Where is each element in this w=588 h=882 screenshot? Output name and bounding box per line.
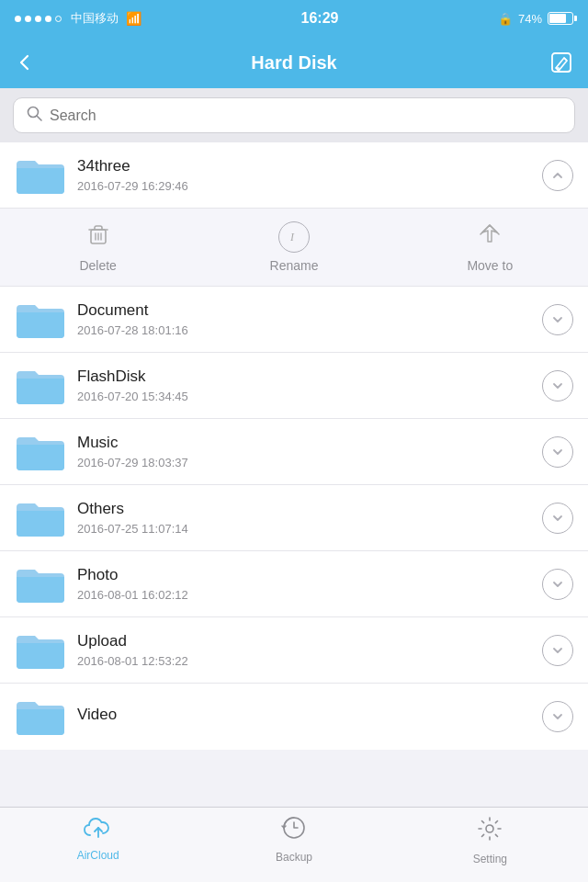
status-left: 中国移动 📶 [15, 10, 141, 27]
list-item: Music 2016-07-29 18:03:37 [0, 419, 588, 485]
search-container [0, 88, 588, 142]
delete-action[interactable]: Delete [0, 221, 196, 273]
status-bar: 中国移动 📶 16:29 🔒 74% [0, 0, 588, 37]
folder-icon [15, 432, 66, 472]
list-item: FlashDisk 2016-07-20 15:34:45 [0, 353, 588, 419]
file-date: 2016-07-29 16:29:46 [77, 179, 542, 193]
expand-button[interactable] [542, 701, 573, 732]
svg-point-11 [486, 825, 493, 832]
back-button[interactable] [15, 52, 51, 73]
file-name: Video [77, 706, 542, 724]
status-right: 🔒 74% [498, 12, 573, 26]
folder-icon [15, 498, 66, 538]
svg-text:I: I [289, 231, 295, 243]
send-icon [477, 221, 503, 253]
tab-aircloud[interactable]: AirCloud [0, 815, 196, 862]
signal-dot-1 [15, 16, 21, 22]
edit-button[interactable] [537, 51, 573, 74]
tab-backup-label: Backup [276, 851, 312, 864]
signal-dot-3 [35, 16, 41, 22]
search-icon [27, 106, 42, 125]
search-input[interactable] [50, 107, 561, 124]
file-info: Video [77, 706, 542, 728]
folder-icon [15, 696, 66, 737]
file-name: FlashDisk [77, 368, 542, 386]
file-info: Others 2016-07-25 11:07:14 [77, 500, 542, 536]
expand-button[interactable] [542, 569, 573, 600]
lock-icon: 🔒 [498, 12, 513, 26]
tab-aircloud-label: AirCloud [77, 849, 119, 862]
list-item: Upload 2016-08-01 12:53:22 [0, 617, 588, 684]
folder-icon [15, 300, 66, 340]
rename-label: Rename [270, 258, 319, 273]
file-info: Photo 2016-08-01 16:02:12 [77, 566, 542, 602]
file-date: 2016-07-28 18:01:16 [77, 323, 542, 337]
expand-button[interactable] [542, 635, 573, 666]
file-name: Others [77, 500, 542, 518]
file-date: 2016-08-01 16:02:12 [77, 588, 542, 602]
list-item: Document 2016-07-28 18:01:16 [0, 287, 588, 353]
carrier-label: 中国移动 [71, 10, 119, 27]
action-bar: Delete I Rename Move to [0, 209, 588, 287]
file-name: Photo [77, 566, 542, 584]
expand-button[interactable] [542, 503, 573, 534]
tab-setting[interactable]: Setting [392, 815, 588, 865]
signal-dot-4 [45, 16, 51, 22]
file-date: 2016-07-20 15:34:45 [77, 390, 542, 403]
file-date: 2016-07-29 18:03:37 [77, 456, 542, 469]
file-name: Music [77, 434, 542, 452]
svg-rect-0 [552, 53, 571, 72]
file-date: 2016-08-01 12:53:22 [77, 654, 542, 668]
wifi-icon: 📶 [126, 11, 141, 26]
file-info: FlashDisk 2016-07-20 15:34:45 [77, 368, 542, 403]
trash-icon [85, 221, 111, 253]
list-item: Photo 2016-08-01 16:02:12 [0, 551, 588, 617]
battery-icon [548, 12, 573, 25]
expand-button[interactable] [542, 436, 573, 468]
list-item: Video [0, 684, 588, 750]
page-title: Hard Disk [251, 52, 336, 74]
settings-icon [476, 815, 503, 849]
file-name: Document [77, 301, 542, 320]
file-info: 34three 2016-07-29 16:29:46 [77, 157, 542, 193]
file-info: Upload 2016-08-01 12:53:22 [77, 632, 542, 668]
search-box [13, 97, 575, 133]
file-name: Upload [77, 632, 542, 650]
folder-icon [15, 155, 66, 196]
folder-icon [15, 630, 66, 671]
signal-dot-5 [55, 16, 62, 22]
folder-icon [15, 564, 66, 605]
file-date: 2016-07-25 11:07:14 [77, 522, 542, 536]
signal-dot-2 [25, 16, 31, 22]
rename-action[interactable]: I Rename [196, 221, 391, 273]
tab-backup[interactable]: Backup [196, 815, 391, 864]
file-name: 34three [77, 157, 542, 175]
tab-bar: AirCloud Backup Setting [0, 807, 588, 882]
expand-button[interactable] [542, 160, 573, 191]
move-to-label: Move to [467, 258, 513, 273]
folder-icon [15, 366, 66, 406]
list-item: Others 2016-07-25 11:07:14 [0, 485, 588, 551]
nav-bar: Hard Disk [0, 37, 588, 88]
file-info: Document 2016-07-28 18:01:16 [77, 301, 542, 337]
svg-line-2 [37, 116, 41, 120]
file-list: 34three 2016-07-29 16:29:46 Delete [0, 142, 588, 750]
expand-button[interactable] [542, 304, 573, 335]
time-display: 16:29 [301, 10, 339, 27]
delete-label: Delete [79, 258, 116, 273]
tab-setting-label: Setting [473, 853, 507, 865]
move-to-action[interactable]: Move to [392, 221, 588, 273]
battery-percent: 74% [518, 12, 542, 26]
backup-icon [280, 815, 308, 847]
list-item: 34three 2016-07-29 16:29:46 [0, 142, 588, 209]
rename-icon: I [278, 221, 310, 253]
expand-button[interactable] [542, 370, 573, 401]
file-info: Music 2016-07-29 18:03:37 [77, 434, 542, 469]
cloud-icon [84, 815, 113, 845]
